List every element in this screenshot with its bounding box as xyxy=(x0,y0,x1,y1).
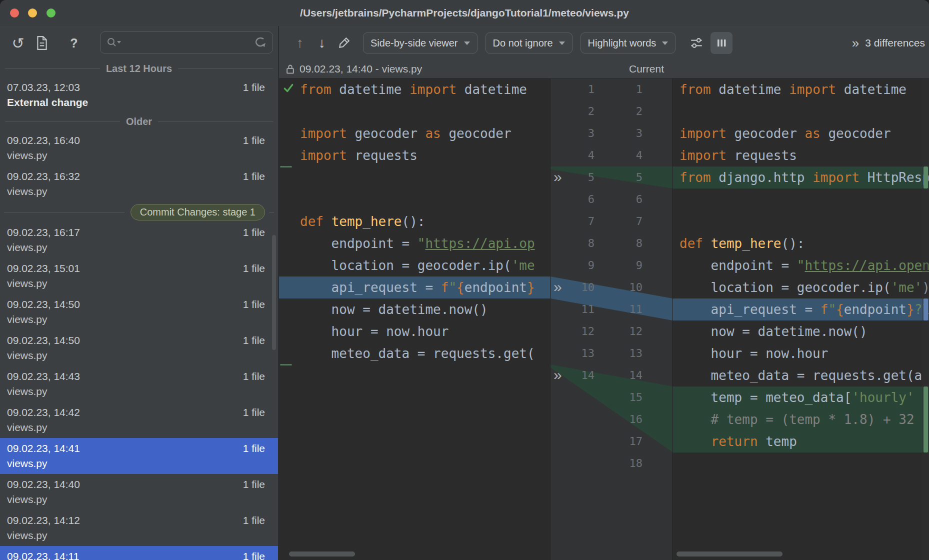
left-editor[interactable]: from datetime import datetimeimport geoc… xyxy=(279,78,550,560)
apply-change-button[interactable]: » xyxy=(554,276,572,298)
toolbar-overflow-chevron[interactable]: » xyxy=(852,36,859,51)
history-entry-count: 1 file xyxy=(243,406,271,418)
section-header-label: Last 12 Hours xyxy=(106,63,172,74)
history-entry-date: 09.02.23, 14:50 xyxy=(7,334,80,346)
minimize-button[interactable] xyxy=(28,8,37,18)
code-line: def temp_here(): xyxy=(672,232,929,254)
history-entry[interactable]: 09.02.23, 14:111 fileviews.py xyxy=(0,546,278,560)
highlight-mode-dropdown[interactable]: Highlight words xyxy=(580,32,676,54)
history-entry-row: 09.02.23, 14:501 file xyxy=(7,298,271,310)
apply-change-button[interactable]: » xyxy=(554,364,572,386)
code-line: now = datetime.now() xyxy=(672,320,929,342)
left-editor-code: from datetime import datetimeimport geoc… xyxy=(279,78,550,386)
previous-difference-button[interactable]: ↑ xyxy=(289,32,311,54)
line-number: 14 xyxy=(598,364,642,386)
history-entry-date: 09.02.23, 16:32 xyxy=(7,170,80,182)
history-list: Last 12 Hours07.03.23, 12:031 fileExtern… xyxy=(0,60,278,560)
history-entry[interactable]: 09.02.23, 16:171 fileviews.py xyxy=(0,222,278,258)
ignore-policy-dropdown[interactable]: Do not ignore xyxy=(486,32,572,54)
history-entry-count: 1 file xyxy=(243,262,271,274)
right-revision-title: Current xyxy=(629,60,664,78)
line-number: 10 xyxy=(598,276,642,298)
next-difference-button[interactable]: ↓ xyxy=(311,32,333,54)
stripe-mark[interactable] xyxy=(924,298,928,320)
line-number: 6 xyxy=(550,188,594,210)
history-entry-count: 1 file xyxy=(243,226,271,238)
code-line xyxy=(279,166,550,188)
diff-body: from datetime import datetimeimport geoc… xyxy=(279,78,929,560)
help-icon: ? xyxy=(70,36,78,50)
history-entry[interactable]: 09.02.23, 16:321 fileviews.py xyxy=(0,166,278,202)
line-number: 8 xyxy=(598,232,642,254)
history-scrollbar[interactable] xyxy=(272,235,276,350)
history-entry-row: 09.02.23, 16:401 file xyxy=(7,134,271,146)
apply-change-button[interactable]: » xyxy=(554,166,572,188)
stripe-mark[interactable] xyxy=(924,386,928,452)
history-entry-row: 09.02.23, 14:421 file xyxy=(7,406,271,418)
code-line: import requests xyxy=(279,144,550,166)
line-number: 8 xyxy=(550,232,594,254)
sliders-icon xyxy=(690,36,704,50)
insertion-marker xyxy=(280,364,292,366)
arrow-up-icon: ↑ xyxy=(296,35,304,51)
zoom-button[interactable] xyxy=(46,8,56,18)
history-entry-date: 09.02.23, 14:42 xyxy=(7,406,80,418)
history-entry-name: views.py xyxy=(7,386,271,398)
history-entry[interactable]: 09.02.23, 14:501 fileviews.py xyxy=(0,330,278,366)
viewer-mode-dropdown[interactable]: Side-by-side viewer xyxy=(363,32,478,54)
code-line xyxy=(279,188,550,210)
line-number: 5 xyxy=(598,166,642,188)
code-line: return temp xyxy=(672,430,929,452)
code-line: endpoint = "https://api.op xyxy=(279,232,550,254)
chevron-down-icon xyxy=(662,42,668,45)
code-line: hour = now.hour xyxy=(279,320,550,342)
create-patch-button[interactable] xyxy=(31,32,53,54)
history-panel: Last 12 Hours07.03.23, 12:031 fileExtern… xyxy=(0,60,278,560)
history-entry-row: 09.02.23, 14:411 file xyxy=(7,442,271,454)
code-line xyxy=(279,100,550,122)
edit-source-button[interactable] xyxy=(333,32,355,54)
right-editor-code: from datetime import datetimeimport geoc… xyxy=(672,78,929,474)
history-entry[interactable]: 09.02.23, 16:401 fileviews.py xyxy=(0,130,278,166)
inspections-ok-icon xyxy=(283,82,294,94)
stripe-mark[interactable] xyxy=(924,166,928,188)
history-entry-count: 1 file xyxy=(243,370,271,382)
help-button[interactable]: ? xyxy=(63,32,85,54)
search-history-icon[interactable] xyxy=(252,36,266,48)
history-section-header: Last 12 Hours xyxy=(0,60,278,77)
right-editor[interactable]: from datetime import datetimeimport geoc… xyxy=(672,78,929,560)
history-entry-count: 1 file xyxy=(243,478,271,490)
close-button[interactable] xyxy=(10,8,19,18)
history-entry[interactable]: 07.03.23, 12:031 fileExternal change xyxy=(0,77,278,113)
history-entry[interactable]: 09.02.23, 14:501 fileviews.py xyxy=(0,294,278,330)
line-number: 7 xyxy=(550,210,594,232)
left-horizontal-scrollbar[interactable] xyxy=(289,552,355,556)
history-entry-count: 1 file xyxy=(243,550,271,560)
gutter-left-numbers: 1234567891011121314 xyxy=(550,78,594,386)
commit-label-pill: Commit Changes: stage 1 xyxy=(130,204,265,220)
search-icon[interactable] xyxy=(106,37,122,48)
code-line xyxy=(672,100,929,122)
history-entry[interactable]: 09.02.23, 14:401 fileviews.py xyxy=(0,474,278,510)
history-entry-row: 09.02.23, 14:501 file xyxy=(7,334,271,346)
revert-button[interactable]: ↺ xyxy=(7,32,29,54)
lock-icon xyxy=(286,64,294,74)
history-entry[interactable]: 09.02.23, 15:011 fileviews.py xyxy=(0,258,278,294)
code-line: from datetime import datetime xyxy=(672,78,929,100)
history-entry[interactable]: 09.02.23, 14:411 fileviews.py xyxy=(0,438,278,474)
history-entry[interactable]: 09.02.23, 14:421 fileviews.py xyxy=(0,402,278,438)
history-entry-count: 1 file xyxy=(243,334,271,346)
line-number: 15 xyxy=(598,386,642,408)
right-horizontal-scrollbar[interactable] xyxy=(676,552,782,556)
search-input[interactable] xyxy=(126,36,252,49)
history-entry[interactable]: 09.02.23, 14:121 fileviews.py xyxy=(0,510,278,546)
history-entry-date: 09.02.23, 14:43 xyxy=(7,370,80,382)
history-entry[interactable]: 09.02.23, 14:431 fileviews.py xyxy=(0,366,278,402)
differences-count: 3 differences xyxy=(865,37,925,49)
settings-sliders-button[interactable] xyxy=(686,32,708,54)
search-field[interactable] xyxy=(100,32,273,54)
diff-header: 09.02.23, 14:40 - views.py Current xyxy=(279,60,929,78)
line-number: 11 xyxy=(550,298,594,320)
history-entry-count: 1 file xyxy=(243,82,271,94)
align-changes-button[interactable] xyxy=(710,32,732,54)
